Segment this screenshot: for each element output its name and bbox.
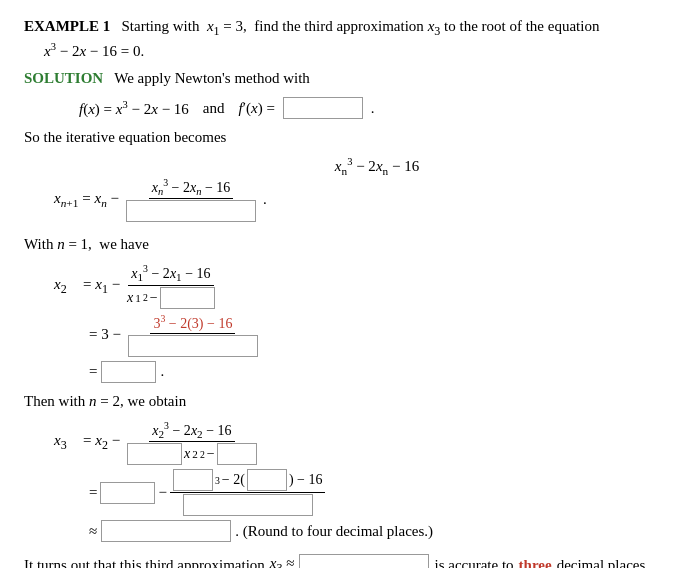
x3-row3: ≈ . (Round to four decimal places.) (89, 520, 650, 542)
iterative-frac: xn3 − 2xn − 16 (123, 177, 259, 222)
n2-section-label: Then with n = 2, we obtain (24, 393, 650, 410)
decimal-places-text: decimal places. (557, 557, 649, 568)
x3-den: x22 − (124, 442, 260, 465)
x3-row: x3 = x2 − x23 − 2x2 − 16 x22 − (54, 420, 650, 465)
round-note: . (Round to four decimal places.) (235, 523, 433, 540)
final-text: It turns out that this third approximati… (24, 557, 265, 568)
xn1-label: xn+1 (54, 190, 78, 209)
fpx-input[interactable] (283, 97, 363, 119)
x2-den2 (125, 334, 261, 357)
x2-frac2: 33 − 2(3) − 16 (125, 313, 261, 357)
final-note: It turns out that this third approximati… (24, 554, 650, 568)
x3-num2: 3 − 2( ) − 16 (170, 469, 326, 493)
x3-approx-label: ≈ (89, 523, 97, 540)
x3-row2: = − 3 − 2( ) − 16 (89, 469, 650, 516)
x2-den2-input[interactable] (128, 335, 258, 357)
x3-val1-input[interactable] (100, 482, 155, 504)
x3-den-input1[interactable] (127, 443, 182, 465)
x3-frac: x23 − 2x2 − 16 x22 − (124, 420, 260, 465)
x2-eq: = x1 − (83, 276, 120, 297)
x2-row: x2 = x1 − x13 − 2x1 − 16 x12 − (54, 263, 650, 308)
x3-final-input[interactable] (299, 554, 429, 568)
iterative-frac-num: xn3 − 2xn − 16 (104, 156, 650, 177)
x3-final-label: x3 ≈ (270, 555, 295, 568)
iterative-equation-row: xn+1 = xn − xn3 − 2xn − 16 . (54, 177, 650, 222)
x2-num: x13 − 2x1 − 16 (128, 263, 213, 285)
period3: . (160, 363, 164, 380)
x2-result-input[interactable] (101, 361, 156, 383)
x3-den-input2[interactable] (217, 443, 257, 465)
three-label: three (519, 557, 552, 568)
x3-frac2: 3 − 2( ) − 16 (170, 469, 326, 516)
x3-num: x23 − 2x2 − 16 (149, 420, 234, 442)
iterative-num: xn3 − 2xn − 16 (149, 177, 234, 199)
iterative-den-input (123, 199, 259, 222)
period2: . (263, 191, 267, 208)
x3-den2 (180, 493, 316, 516)
x3-num2-input1[interactable] (173, 469, 213, 491)
fx-row: f(x) = x3 − 2x − 16 and f′(x) = . (79, 97, 650, 119)
x2-equation: x2 = x1 − x13 − 2x1 − 16 x12 − = 3 − 33 … (54, 263, 650, 382)
x3-den2-input[interactable] (183, 494, 313, 516)
accurate-text: is accurate to (434, 557, 513, 568)
eq-sign: = xn − (82, 190, 119, 209)
x3-eq: = x2 − (83, 432, 120, 453)
x2-den: x12 − (124, 286, 218, 309)
x3-equation: x3 = x2 − x23 − 2x2 − 16 x22 − = − 3 − 2… (54, 420, 650, 542)
x2-num2: 33 − 2(3) − 16 (150, 313, 235, 334)
x3-minus2: − (158, 484, 166, 501)
x3-num2-input2[interactable] (247, 469, 287, 491)
n1-section-label: With n = 1, we have (24, 236, 650, 253)
fpx-label: f′(x) = (239, 100, 275, 117)
and-label: and (203, 100, 225, 117)
iterative-text: So the iterative equation becomes (24, 129, 650, 146)
iterative-denominator-input[interactable] (126, 200, 256, 222)
iterative-equation: xn3 − 2xn − 16 xn+1 = xn − xn3 − 2xn − 1… (24, 156, 650, 222)
period1: . (371, 100, 375, 117)
x1-var: x1 = 3, (207, 18, 247, 34)
solution-label: SOLUTION (24, 70, 103, 86)
main-equation: x3 − 2x − 16 = 0. (44, 41, 650, 60)
example-header: EXAMPLE 1 Starting with x1 = 3, find the… (24, 18, 650, 60)
x2-label: x2 (54, 276, 79, 297)
x2-frac: x13 − 2x1 − 16 x12 − (124, 263, 218, 308)
x2-den-input[interactable] (160, 287, 215, 309)
x3-label: x3 (54, 432, 79, 453)
x2-eq3: = (89, 363, 97, 380)
x3-eq2: = (89, 484, 97, 501)
fx-expression: f(x) = x3 − 2x − 16 (79, 99, 189, 118)
solution-section: SOLUTION We apply Newton's method with (24, 70, 650, 87)
x2-row3: = . (89, 361, 650, 383)
x2-row2: = 3 − 33 − 2(3) − 16 (89, 313, 650, 357)
x2-eq2: = 3 − (89, 326, 121, 343)
solution-text: We apply Newton's method with (114, 70, 310, 86)
x3-approx-input[interactable] (101, 520, 231, 542)
example-label: EXAMPLE 1 (24, 18, 110, 34)
